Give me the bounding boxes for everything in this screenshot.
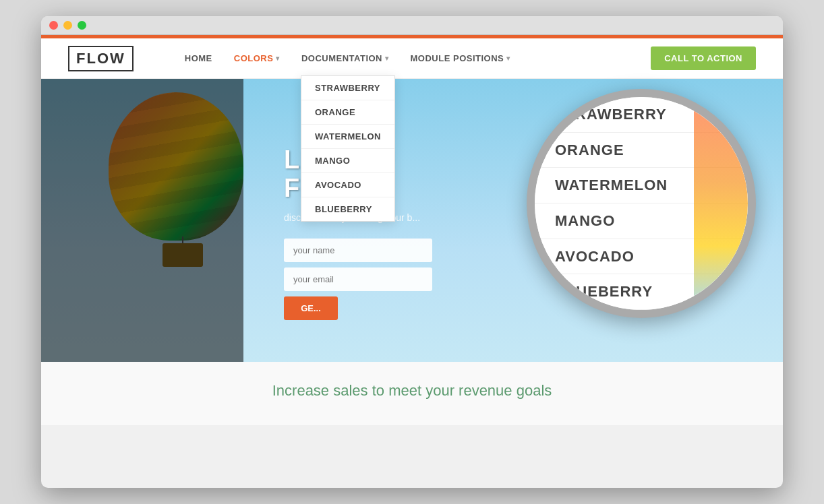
dropdown-item-orange[interactable]: ORANGE	[301, 100, 394, 125]
chevron-down-icon: ▾	[385, 55, 389, 62]
title-bar	[41, 16, 783, 35]
site-logo[interactable]: FLOW	[68, 46, 134, 71]
submit-button[interactable]: GE...	[284, 296, 338, 320]
email-input[interactable]	[284, 267, 432, 291]
bottom-section: Increase sales to meet your revenue goal…	[41, 362, 783, 425]
dropdown-item-blueberry[interactable]: BLUEBERRY	[301, 197, 394, 221]
mac-window: FLOW HOME COLORS ▾ DOCUMENTATION ▾ MODUL…	[41, 16, 783, 488]
minimize-button[interactable]	[63, 21, 72, 30]
navbar: FLOW HOME COLORS ▾ DOCUMENTATION ▾ MODUL…	[41, 38, 783, 79]
nav-links: HOME COLORS ▾ DOCUMENTATION ▾ MODULE POS…	[174, 38, 756, 79]
nav-item-home[interactable]: HOME	[174, 38, 223, 79]
bottom-heading: Increase sales to meet your revenue goal…	[68, 382, 756, 400]
nav-item-colors[interactable]: COLORS ▾	[223, 38, 291, 79]
chevron-down-icon: ▾	[276, 55, 280, 62]
close-button[interactable]	[49, 21, 58, 30]
hero-overlay	[41, 79, 243, 362]
magnifier-content: STRAWBERRY ORANGE WATERMELON MANGO AVOCA…	[535, 97, 748, 310]
name-input[interactable]	[284, 239, 432, 262]
magnifier-overlay: STRAWBERRY ORANGE WATERMELON MANGO AVOCA…	[527, 89, 756, 318]
dropdown-item-strawberry[interactable]: STRAWBERRY	[301, 76, 394, 100]
dropdown-item-watermelon[interactable]: WATERMELON	[301, 125, 394, 149]
hero-form: GE...	[284, 239, 432, 320]
dropdown-item-avocado[interactable]: AVOCADO	[301, 173, 394, 197]
cta-button[interactable]: CALL TO ACTION	[651, 46, 756, 70]
nav-item-documentation[interactable]: DOCUMENTATION ▾	[291, 38, 400, 79]
chevron-down-icon: ▾	[506, 55, 510, 62]
maximize-button[interactable]	[78, 21, 86, 30]
colors-dropdown: STRAWBERRY ORANGE WATERMELON MANGO AVOCA…	[301, 75, 395, 222]
page-content: FLOW HOME COLORS ▾ DOCUMENTATION ▾ MODUL…	[41, 35, 783, 488]
dropdown-item-mango[interactable]: MANGO	[301, 149, 394, 173]
balloon-peek	[694, 97, 748, 310]
nav-item-module-positions[interactable]: MODULE POSITIONS ▾	[400, 38, 521, 79]
